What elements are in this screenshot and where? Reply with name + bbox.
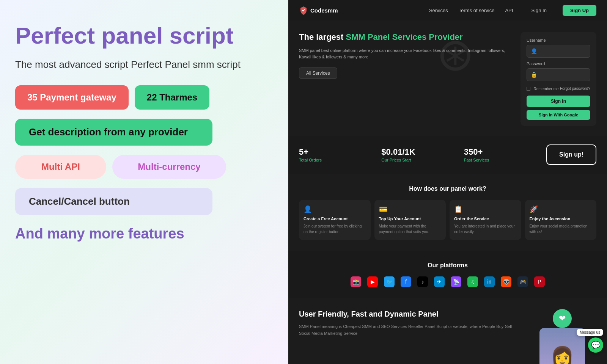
remember-me-label[interactable]: Remember me: [527, 85, 559, 92]
subtitle: The most advanced script Perfect Panel s…: [15, 58, 273, 71]
how-card-4: 🚀 Enjoy the Ascension Enjoy your social …: [525, 200, 597, 240]
navbar-links: Services Terms of service API Sign In Si…: [429, 5, 596, 16]
hero-title-plain: The largest: [299, 32, 346, 42]
cancel-button-badge: Cancel/Cancel button: [15, 188, 212, 215]
api-currency-row: Multi API Multi-currency: [15, 155, 273, 179]
nav-api[interactable]: API: [505, 8, 513, 13]
login-box: Username 👤 Password 🔒 Remember me Forgot…: [521, 32, 596, 126]
platform-spotify[interactable]: ♫: [467, 276, 478, 287]
logo-icon: [299, 6, 308, 15]
stats-section: 5+ Total Orders $0.01/1K Our Prices Star…: [288, 135, 607, 174]
promo-heart-badge: ❤: [553, 309, 572, 328]
hero-title: The largest SMM Panel Services Provider: [299, 32, 513, 43]
password-input[interactable]: 🔒: [527, 68, 590, 81]
hero-desc: SMM panel best online platform where you…: [299, 47, 513, 61]
platform-linkedin[interactable]: in: [484, 276, 495, 287]
stat-prices: $0.01/1K Our Prices Start: [381, 147, 464, 162]
username-label: Username: [527, 38, 590, 42]
platform-tiktok[interactable]: ♪: [417, 276, 428, 287]
platform-steam[interactable]: 🎮: [517, 276, 528, 287]
username-icon: 👤: [531, 48, 537, 54]
how-card-2-icon: 💳: [379, 205, 442, 213]
whatsapp-bubble: Message us 💬: [577, 329, 603, 353]
how-section-title: How does our panel work?: [299, 185, 596, 192]
how-card-2-desc: Make your payment with the payment optio…: [379, 223, 442, 235]
how-card-3-icon: 📋: [454, 205, 517, 213]
forgot-password-link[interactable]: Forgot password?: [560, 86, 590, 91]
how-section: How does our panel work? 👤 Create a Free…: [288, 174, 607, 251]
nav-signin[interactable]: Sign In: [531, 8, 546, 13]
promo-section: User Friendly, Fast and Dynamic Panel SM…: [288, 298, 607, 364]
promo-text: User Friendly, Fast and Dynamic Panel SM…: [299, 309, 521, 337]
signup-big-button[interactable]: Sign up!: [546, 144, 596, 165]
stat-services-label: Fast Services: [464, 158, 546, 162]
left-panel: Perfect panel script The most advanced s…: [0, 0, 288, 364]
hero-right: Username 👤 Password 🔒 Remember me Forgot…: [521, 32, 596, 126]
how-card-4-title: Enjoy the Ascension: [530, 217, 592, 221]
stat-services: 350+ Fast Services: [464, 147, 546, 162]
how-cards: 👤 Create a Free Account Join our system …: [299, 200, 596, 240]
hero-section: ⊛ The largest SMM Panel Services Provide…: [288, 20, 607, 135]
how-card-1-icon: 👤: [304, 205, 366, 213]
stat-prices-number: $0.01/1K: [381, 147, 464, 157]
how-card-4-icon: 🚀: [530, 205, 592, 213]
how-card-3-title: Order the Service: [454, 217, 517, 221]
whatsapp-icon[interactable]: 💬: [588, 337, 603, 353]
platform-twitch[interactable]: 📡: [451, 276, 461, 287]
nav-terms[interactable]: Terms of service: [459, 8, 495, 13]
platform-reddit[interactable]: 👽: [501, 276, 511, 287]
promo-title: User Friendly, Fast and Dynamic Panel: [299, 309, 521, 319]
nav-services[interactable]: Services: [429, 8, 448, 13]
platform-telegram[interactable]: ✈: [434, 276, 445, 287]
signin-google-button[interactable]: Sign In With Google: [527, 110, 590, 120]
themes-badge: 22 Tharmes: [135, 85, 209, 110]
platform-facebook[interactable]: f: [401, 276, 411, 287]
platform-pinterest[interactable]: P: [534, 276, 545, 287]
platforms-title: Our platforms: [299, 262, 596, 269]
how-card-3: 📋 Order the Service You are interested i…: [450, 200, 521, 240]
platform-twitter[interactable]: 🐦: [384, 276, 395, 287]
right-panel: Codesmm Services Terms of service API Si…: [288, 0, 607, 364]
how-card-4-desc: Enjoy your social media promotion with u…: [530, 223, 592, 235]
how-card-1: 👤 Create a Free Account Join our system …: [299, 200, 371, 240]
message-badge: Message us: [577, 329, 603, 336]
nav-signup[interactable]: Sign Up: [563, 5, 596, 16]
username-input[interactable]: 👤: [527, 45, 590, 58]
how-card-1-title: Create a Free Account: [304, 217, 366, 221]
badges-row: 35 Payment gateway 22 Tharmes: [15, 85, 273, 110]
payment-gateway-badge: 35 Payment gateway: [15, 85, 129, 110]
platforms-icons: 📸 ▶ 🐦 f ♪ ✈ 📡 ♫ in 👽 🎮 P: [299, 276, 596, 287]
logo-text: Codesmm: [310, 7, 338, 14]
how-card-2: 💳 Top Up Your Account Make your payment …: [374, 200, 446, 240]
platforms-section: Our platforms 📸 ▶ 🐦 f ♪ ✈ 📡 ♫ in 👽 🎮 P: [288, 251, 607, 298]
right-panel-inner: Codesmm Services Terms of service API Si…: [288, 0, 607, 364]
multi-currency-badge: Multi-currency: [112, 155, 226, 179]
platform-instagram[interactable]: 📸: [351, 276, 361, 287]
navbar-logo: Codesmm: [299, 6, 338, 15]
promo-desc: SMM Panel meaning is Cheapest SMM and SE…: [299, 323, 521, 337]
stat-services-number: 350+: [464, 147, 546, 157]
navbar: Codesmm Services Terms of service API Si…: [288, 0, 607, 20]
remember-me-checkbox[interactable]: [527, 87, 530, 91]
stat-prices-label: Our Prices Start: [381, 158, 464, 162]
stat-total-orders-number: 5+: [299, 147, 381, 157]
signin-button[interactable]: Sign in: [527, 96, 590, 107]
how-card-2-title: Top Up Your Account: [379, 217, 442, 221]
all-services-button[interactable]: All Services: [299, 67, 337, 79]
many-more-text: And many more features: [15, 226, 273, 242]
login-remember-row: Remember me Forgot password?: [527, 85, 590, 92]
password-label: Password: [527, 61, 590, 66]
platform-youtube[interactable]: ▶: [367, 276, 378, 287]
how-card-1-desc: Join our system for free by clicking on …: [304, 223, 366, 235]
how-card-3-desc: You are interested in and place your ord…: [454, 223, 517, 235]
hero-left: The largest SMM Panel Services Provider …: [299, 32, 513, 126]
description-feature: Get description from any provider: [15, 119, 212, 146]
hero-title-green: SMM Panel Services Provider: [346, 32, 462, 42]
multi-api-badge: Multi API: [15, 155, 106, 179]
password-icon: 🔒: [531, 72, 537, 78]
stat-total-orders: 5+ Total Orders: [299, 147, 381, 162]
main-title: Perfect panel script: [15, 23, 273, 49]
stat-total-orders-label: Total Orders: [299, 158, 381, 162]
